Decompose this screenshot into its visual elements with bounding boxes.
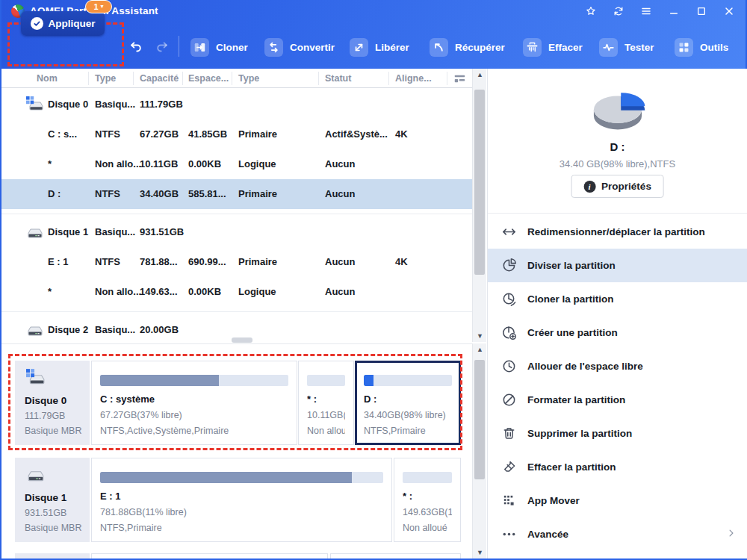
cell-free: 0.00KB	[188, 158, 221, 169]
scrollbar-thumb[interactable]	[474, 360, 485, 479]
partition-block[interactable]	[330, 553, 461, 559]
maximize-button[interactable]	[694, 4, 709, 19]
star-icon	[585, 5, 597, 17]
column-header-6[interactable]: Aligne...	[395, 73, 432, 84]
partition-row[interactable]: C : s...NTFS67.27GB41.85GBPrimaireActif&…	[1, 119, 472, 149]
list-view-icon[interactable]	[453, 72, 467, 86]
minimize-button[interactable]	[666, 4, 681, 19]
close-button[interactable]	[722, 4, 737, 19]
cell-free: 585.81...	[188, 188, 226, 199]
disk-capacity: 111.79GB	[25, 411, 90, 421]
disk-label-block[interactable]: Disque 1931.51GBBasique MBR	[15, 458, 90, 542]
scroll-down-icon[interactable]: ▼	[473, 547, 487, 559]
partition-block[interactable]: C : système67.27GB(37% libre)NTFS,Active…	[91, 361, 297, 445]
toolbar-button-label: Libérer	[375, 42, 409, 53]
partition-block[interactable]	[91, 553, 328, 559]
disk-label-block[interactable]	[15, 553, 90, 559]
recover-icon	[430, 38, 448, 57]
cell-status: Aucun	[325, 188, 355, 199]
column-header-4[interactable]: Type	[238, 73, 259, 84]
partition-block[interactable]: * :149.63GB(10...Non alloué	[394, 458, 461, 542]
disk-label-block[interactable]: Disque 0111.79GBBasique MBR	[15, 361, 90, 445]
scrollbar-thumb[interactable]	[474, 90, 485, 275]
sidebar-item-cloner-la-partition[interactable]: Cloner la partition	[488, 282, 747, 316]
sidebar-item-allouer-de-l-espace-libre[interactable]: Allouer de l'espace libre	[488, 349, 747, 383]
pending-operations-badge[interactable]: 1 ▾	[85, 0, 112, 13]
close-icon	[723, 5, 735, 17]
partition-row[interactable]: *Non allo...10.11GB0.00KBLogiqueAucun	[1, 149, 472, 179]
partition-fs: NTFS,Primaire	[100, 523, 383, 533]
sidebar-item-label: Cloner la partition	[527, 293, 614, 305]
column-header-3[interactable]: Espace...	[188, 73, 229, 84]
column-divider	[232, 72, 232, 85]
apply-button[interactable]: Appliquer	[21, 11, 105, 36]
sidebar-item-redimensionner-d-placer-la-partition[interactable]: Redimensionner/déplacer la partition	[488, 215, 747, 249]
properties-button[interactable]: i Propriétés	[571, 175, 664, 198]
sync-icon	[613, 5, 624, 17]
toolbar-button-effacer[interactable]: Effacer	[523, 36, 583, 58]
partition-fs: Non alloué	[307, 426, 345, 436]
disk-row[interactable]: Disque 0Basiqu...111.79GB	[1, 90, 472, 119]
partition-block[interactable]: * :10.11GB(10...Non alloué	[298, 361, 354, 445]
sidebar-item-diviser-la-partition[interactable]: Diviser la partition	[488, 249, 747, 282]
partition-label: * :	[403, 491, 452, 502]
partition-size: 34.40GB(98% libre)	[364, 410, 452, 420]
favorite-button[interactable]	[583, 4, 598, 19]
menu-button[interactable]	[639, 4, 654, 19]
toolbar-button-tester[interactable]: Tester	[599, 36, 654, 58]
partition-row[interactable]: E : 1NTFS781.88...690.99...PrimaireAucun…	[1, 247, 472, 277]
sidebar-item-cr-er-une-partition[interactable]: Créer une partition	[488, 316, 747, 349]
toolbar-button-convertir[interactable]: Convertir	[264, 36, 335, 58]
cell-free: 0.00KB	[188, 286, 221, 297]
cell-ptype: Primaire	[238, 188, 277, 199]
header: AOMEI Partition Assistant Appliquer 1 ▾ …	[1, 0, 746, 69]
cell-ptype: Logique	[238, 158, 276, 169]
partition-row[interactable]: D :NTFS34.40GB585.81...PrimaireAucun	[1, 179, 472, 209]
cell-align: 4K	[395, 256, 408, 267]
test-icon	[599, 38, 618, 57]
cell-ptype: Primaire	[238, 128, 277, 140]
toolbar-button-cloner[interactable]: Cloner	[190, 36, 248, 58]
cell-ptype: Logique	[238, 286, 276, 297]
undo-button[interactable]	[127, 36, 145, 57]
partition-row[interactable]: *Non allo...149.63...0.00KBLogiqueAucun	[1, 277, 472, 307]
scroll-up-icon[interactable]: ▲	[473, 343, 487, 355]
scroll-up-icon[interactable]: ▲	[473, 69, 487, 81]
column-header-5[interactable]: Statut	[325, 73, 351, 84]
sidebar-item-supprimer-la-partition[interactable]: Supprimer la partition	[488, 417, 747, 450]
disk-map-scrollbar[interactable]: ▲ ▼	[472, 343, 486, 559]
toolbar-button-librer[interactable]: Libérer	[350, 36, 409, 58]
redo-button[interactable]	[152, 36, 170, 57]
toolbar-button-outils[interactable]: Outils	[675, 36, 728, 58]
pane-splitter-handle[interactable]	[232, 337, 252, 343]
column-header-1[interactable]: Type	[95, 73, 116, 84]
cell-type: NTFS	[95, 128, 120, 140]
sidebar-item-avanc-e[interactable]: Avancée	[488, 517, 747, 551]
sidebar-item-effacer-la-partition[interactable]: Effacer la partition	[488, 450, 747, 484]
toolbar-button-rcuprer[interactable]: Récupérer	[430, 36, 505, 58]
table-scrollbar[interactable]: ▲ ▼	[472, 69, 486, 342]
cell-capacity: 111.79GB	[140, 99, 183, 110]
disk-row[interactable]: Disque 1Basiqu...931.51GB	[1, 217, 472, 247]
wipe-partition-icon	[501, 459, 517, 475]
cell-capacity: 20.00GB	[140, 324, 179, 335]
app-mover-icon	[501, 493, 517, 508]
column-divider	[133, 72, 134, 85]
partition-fs: NTFS,Active,Système,Primaire	[100, 426, 288, 436]
sidebar: D : 34.40 GB(98% libre),NTFS i Propriété…	[487, 69, 747, 559]
partition-block[interactable]: D :34.40GB(98% libre)NTFS,Primaire	[355, 361, 461, 445]
sidebar-item-label: Redimensionner/déplacer la partition	[527, 226, 705, 237]
sidebar-item-app-mover[interactable]: App Mover	[488, 484, 747, 517]
system-disk-icon	[25, 368, 90, 391]
sidebar-item-label: Créer une partition	[527, 327, 618, 338]
cell-type: Basiqu...	[95, 324, 135, 335]
partition-usage-bar	[100, 375, 288, 386]
partition-block[interactable]: E : 1781.88GB(11% libre)NTFS,Primaire	[91, 458, 392, 542]
sidebar-item-formater-la-partition[interactable]: Formater la partition	[488, 383, 747, 417]
scroll-down-icon[interactable]: ▼	[473, 330, 487, 342]
main-pane: NomTypeCapacitéEspace...TypeStatutAligne…	[1, 69, 487, 559]
partition-size: 781.88GB(11% libre)	[100, 507, 383, 517]
column-header-0[interactable]: Nom	[37, 73, 58, 84]
refresh-button[interactable]	[611, 4, 626, 19]
column-header-2[interactable]: Capacité	[140, 73, 179, 84]
